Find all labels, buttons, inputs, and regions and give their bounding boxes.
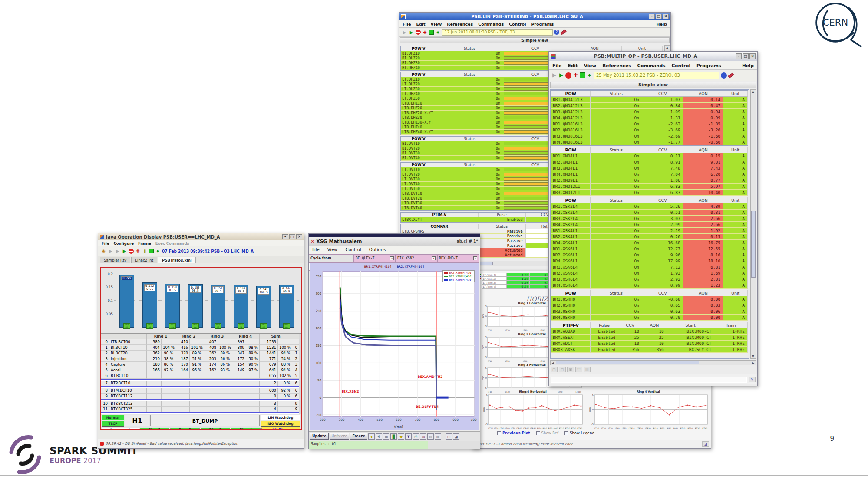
- play-disabled-icon[interactable]: ▶: [402, 30, 407, 35]
- ptim-value[interactable]: 356: [618, 347, 642, 353]
- close-tab-icon[interactable]: x: [390, 256, 394, 260]
- intensity-bar[interactable]: 0.749: [119, 275, 134, 328]
- menu-edit[interactable]: Edit: [568, 63, 578, 68]
- menu-control[interactable]: Control: [672, 63, 690, 68]
- table-row[interactable]: BR4.XSK2L4On2.992.66A: [551, 222, 748, 228]
- close-tab-icon[interactable]: x: [473, 256, 477, 260]
- row-name[interactable]: Capture: [109, 362, 147, 367]
- ccv-value[interactable]: 0.99: [642, 282, 683, 289]
- ccv-value[interactable]: -3.69: [642, 127, 683, 133]
- table-row[interactable]: BR1.XSK6L1On12.7712.55A: [551, 246, 748, 252]
- wm-strip[interactable]: [309, 234, 480, 237]
- ccv-field[interactable]: [504, 142, 548, 145]
- ccv-value[interactable]: -2.69: [642, 133, 683, 139]
- menu-file[interactable]: File: [312, 247, 320, 252]
- grid-tool-icon[interactable]: ▦: [383, 433, 389, 440]
- close-button[interactable]: ×: [749, 53, 756, 59]
- ccv-field[interactable]: [504, 61, 548, 65]
- ccv-field[interactable]: [504, 66, 548, 69]
- stop-icon[interactable]: [129, 249, 134, 254]
- add-icon[interactable]: ✚: [573, 72, 578, 78]
- stop-icon[interactable]: [416, 30, 421, 35]
- table-row[interactable]: BR4.XSK6L1On17.9918.10A: [551, 258, 748, 264]
- row-name[interactable]: Accel.: [109, 367, 147, 373]
- tab-linac2-int[interactable]: Linac2 Int: [131, 257, 157, 263]
- menu-frame[interactable]: Frame: [138, 241, 151, 246]
- ccv-value[interactable]: 2.99: [642, 222, 683, 228]
- maximize-button[interactable]: □: [656, 14, 662, 19]
- ccv-field[interactable]: [504, 116, 548, 119]
- ccv-value[interactable]: 6.83: [642, 190, 683, 196]
- eraser-icon[interactable]: [728, 72, 734, 78]
- marker-tool-icon[interactable]: ▉: [390, 433, 397, 440]
- ccv-field[interactable]: [504, 106, 548, 110]
- plot-option-show-legend[interactable]: Show Legend: [564, 431, 594, 435]
- ccv-value[interactable]: 9.96: [642, 252, 683, 258]
- step-fwd-icon[interactable]: ▶: [115, 248, 120, 254]
- tool-button[interactable]: ▢: [551, 367, 558, 372]
- row-name[interactable]: BI.BCT20: [109, 351, 147, 356]
- cursor-tool-icon[interactable]: ◆: [398, 433, 404, 440]
- intensity-bar[interactable]: 0.141100.5: [256, 286, 271, 328]
- menu-file[interactable]: File: [552, 63, 562, 68]
- table-row[interactable]: BR3.QSKH0On0.630.06A: [551, 308, 748, 315]
- watchdog-label[interactable]: LIN Watchdog: [261, 415, 300, 420]
- tool-button[interactable]: ▤: [584, 367, 591, 372]
- close-tab-icon[interactable]: x: [432, 256, 436, 260]
- save-tool-icon[interactable]: ▼: [405, 433, 412, 440]
- ccv-value[interactable]: -2.19: [642, 228, 683, 234]
- row-name[interactable]: BT.BCT10: [109, 373, 147, 379]
- tool-button[interactable]: ⬚: [575, 367, 582, 372]
- maximize-button[interactable]: □: [289, 234, 295, 240]
- menu-file[interactable]: File: [403, 22, 411, 26]
- ccv-field[interactable]: [504, 125, 548, 129]
- freeze-button[interactable]: Freeze: [350, 433, 367, 440]
- intensity-bar[interactable]: 0.15598.5: [188, 284, 203, 328]
- play-icon[interactable]: ▶: [122, 248, 127, 254]
- ccv-field[interactable]: [504, 156, 548, 160]
- ccv-field[interactable]: [504, 121, 548, 124]
- ccv-value[interactable]: 2.92: [642, 276, 683, 282]
- legend-entry[interactable]: BR3.XTRFM[410]: [444, 275, 473, 278]
- table-row[interactable]: BR3.QNO412L3On-1.09-0.94A: [551, 109, 748, 115]
- table-row[interactable]: BR1.XSK2L4On-5.26-4.89A: [551, 203, 748, 210]
- table-row[interactable]: BR3.XNO12L1On6.8310.40A: [551, 190, 748, 196]
- menu-file[interactable]: File: [102, 241, 109, 246]
- row-name[interactable]: BTY.BCT325: [109, 407, 147, 412]
- row-name[interactable]: Injection: [109, 356, 147, 362]
- ccv-value[interactable]: 8.91: [642, 159, 683, 165]
- menu-view[interactable]: View: [327, 247, 338, 252]
- intensity-bar[interactable]: 0.15199.5: [211, 285, 225, 328]
- stats-tool-icon[interactable]: ▥: [435, 433, 441, 440]
- ccv-field[interactable]: [504, 130, 548, 134]
- table-row[interactable]: BR1.XNO12L1On6.835.97A: [551, 184, 748, 190]
- ccv-field[interactable]: [504, 173, 548, 176]
- signal-tab[interactable]: BIX.XSN2x: [396, 254, 437, 262]
- ccv-value[interactable]: 1.93: [642, 270, 683, 276]
- table-row[interactable]: BR2.QNO816L3On-3.69-3.26A: [551, 127, 748, 133]
- export-tool-icon[interactable]: ▨: [420, 433, 426, 440]
- table-row[interactable]: BR4.XSK6L4On0.991.23A: [551, 282, 748, 289]
- unfreeze-button[interactable]: Unfreeze: [330, 433, 350, 440]
- titlebar[interactable]: ✕ XSG Mathusalem ab.c| # 1*: [309, 237, 480, 246]
- pan-tool-icon[interactable]: ✥: [376, 433, 382, 440]
- titlebar[interactable]: PSB:MULTIP_OP - PSB.USER.LHC_MD_A –□×: [549, 52, 757, 61]
- menu-edit[interactable]: Edit: [416, 22, 425, 26]
- ccv-field[interactable]: [504, 168, 548, 171]
- close-button[interactable]: ×: [296, 234, 302, 240]
- menu-view[interactable]: View: [431, 22, 442, 26]
- table-row[interactable]: BR4.XSK4L1On16.6816.75A: [551, 240, 748, 246]
- menu-options[interactable]: Options: [369, 247, 386, 252]
- help-icon[interactable]: [721, 72, 727, 79]
- help-icon[interactable]: ?: [554, 30, 559, 35]
- ccv-value[interactable]: 7.48: [642, 165, 683, 171]
- signal-plot[interactable]: 350300250200150100500-502003004005006007…: [311, 269, 477, 430]
- ccv-field[interactable]: [504, 147, 548, 150]
- tool-button[interactable]: ◻: [559, 367, 566, 372]
- tab-psbtrafos-xml[interactable]: PSBTrafos.xml: [158, 257, 196, 263]
- menu-configure[interactable]: Configure: [113, 241, 134, 246]
- table-row[interactable]: BR3.QNO816L3On-2.69-1.66A: [551, 133, 748, 139]
- simple-view-tab[interactable]: Simple view: [400, 37, 670, 43]
- table-row[interactable]: BR4.QNO412L3On1.310.99A: [551, 115, 748, 121]
- table-row[interactable]: BR2.QNO412L3On-0.84-0.47A: [551, 103, 748, 109]
